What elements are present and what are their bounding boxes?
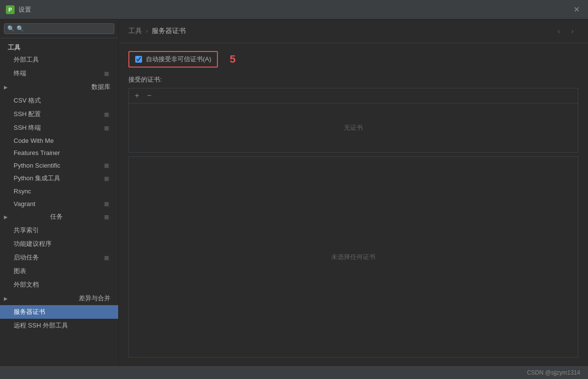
sidebar-item-terminal[interactable]: 终端 ▦ [0, 67, 118, 80]
sidebar-item-external-tools[interactable]: 外部工具 [0, 53, 118, 67]
sidebar-item-chart[interactable]: 图表 [0, 264, 118, 278]
no-cert-selected-text: 未选择任何证书 [331, 253, 375, 261]
sidebar-item-database[interactable]: ▶ 数据库 [0, 80, 118, 94]
badge-number: 5 [230, 53, 235, 66]
sidebar-item-code-with-me[interactable]: Code With Me [0, 135, 118, 147]
sidebar-item-shared-index[interactable]: 共享索引 [0, 224, 118, 237]
main-area: 🔍 工具 外部工具 终端 ▦ ▶ 数据库 CSV [0, 19, 588, 365]
sidebar-item-server-cert[interactable]: 服务器证书 [0, 305, 118, 319]
terminal-settings-icon: ▦ [103, 69, 110, 77]
sidebar-item-diff-merge[interactable]: ▶ 差异与合并 [0, 292, 118, 305]
checkbox-row: 自动接受非可信证书(A) 5 [128, 51, 578, 68]
content-body: 自动接受非可信证书(A) 5 接受的证书: + − 无证书 [119, 43, 588, 365]
remove-cert-button[interactable]: − [145, 91, 153, 100]
sidebar-item-feature-suggest[interactable]: 功能建议程序 [0, 237, 118, 251]
python-sci-icon: ▦ [103, 161, 110, 169]
ssh-terminal-icon: ▦ [103, 124, 110, 132]
search-bar: 🔍 [0, 19, 118, 38]
section-tools: 工具 [0, 40, 118, 53]
no-cert-text: 无证书 [344, 123, 363, 132]
title-bar: P 设置 ✕ [0, 0, 588, 19]
breadcrumb-current: 服务器证书 [152, 27, 186, 35]
sidebar-item-features-trainer[interactable]: Features Trainer [0, 147, 118, 159]
content-header: 工具 › 服务器证书 ‹ › [119, 19, 588, 43]
sidebar-item-startup-tasks[interactable]: 启动任务 ▦ [0, 251, 118, 264]
diff-expand-arrow: ▶ [4, 296, 8, 301]
sidebar-item-vagrant[interactable]: Vagrant ▦ [0, 197, 118, 210]
sidebar-item-python-integration[interactable]: Python 集成工具 ▦ [0, 172, 118, 185]
ssh-config-icon: ▦ [103, 110, 110, 118]
cert-toolbar: + − [129, 88, 578, 103]
settings-window: P 设置 ✕ 🔍 工具 外部工具 终端 ▦ [0, 0, 588, 379]
sidebar-item-remote-ssh[interactable]: 远程 SSH 外部工具 [0, 319, 118, 332]
app-icon: P [6, 5, 15, 14]
close-button[interactable]: ✕ [570, 4, 582, 16]
cert-table-area: + − 无证书 [128, 88, 578, 153]
add-cert-button[interactable]: + [133, 91, 141, 100]
forward-arrow-button[interactable]: › [567, 25, 578, 37]
window-title: 设置 [18, 5, 570, 14]
sidebar-item-external-docs[interactable]: 外部文档 [0, 278, 118, 292]
svg-text:P: P [8, 7, 12, 13]
sidebar-nav: 工具 外部工具 终端 ▦ ▶ 数据库 CSV 格式 SSH 配置 [0, 38, 118, 365]
python-int-icon: ▦ [103, 174, 110, 182]
sidebar-item-ssh-config[interactable]: SSH 配置 ▦ [0, 107, 118, 121]
search-icon: 🔍 [7, 25, 15, 32]
footer-bar: CSDN @sjjzym1314 [0, 365, 588, 379]
tasks-icon: ▦ [103, 213, 110, 221]
sidebar-item-rsync[interactable]: Rsync [0, 185, 118, 197]
nav-arrows: ‹ › [553, 25, 578, 37]
auto-accept-label: 自动接受非可信证书(A) [146, 55, 211, 64]
footer-text: CSDN @sjjzym1314 [527, 369, 580, 376]
cert-detail-area: 未选择任何证书 [128, 156, 578, 358]
sidebar-item-ssh-terminal[interactable]: SSH 终端 ▦ [0, 121, 118, 135]
database-expand-arrow: ▶ [4, 85, 8, 90]
auto-accept-checkbox[interactable] [135, 56, 142, 63]
content-area: 工具 › 服务器证书 ‹ › 自动接受非可信证书(A) 5 [119, 19, 588, 365]
sidebar-item-csv[interactable]: CSV 格式 [0, 94, 118, 107]
sidebar: 🔍 工具 外部工具 终端 ▦ ▶ 数据库 CSV [0, 19, 119, 365]
back-arrow-button[interactable]: ‹ [553, 25, 565, 37]
breadcrumb-parent: 工具 [128, 27, 142, 35]
search-input-wrapper: 🔍 [4, 23, 114, 34]
cert-list-area: 无证书 [129, 103, 578, 152]
tasks-expand-arrow: ▶ [4, 214, 8, 220]
search-input[interactable] [17, 25, 111, 32]
startup-icon: ▦ [103, 254, 110, 261]
checkbox-highlight-box: 自动接受非可信证书(A) [128, 51, 218, 68]
section-received-certs: 接受的证书: [128, 75, 578, 84]
sidebar-item-tasks[interactable]: ▶ 任务 ▦ [0, 210, 118, 224]
sidebar-item-python-scientific[interactable]: Python Scientific ▦ [0, 159, 118, 172]
vagrant-icon: ▦ [103, 200, 110, 207]
breadcrumb-separator: › [146, 28, 148, 34]
